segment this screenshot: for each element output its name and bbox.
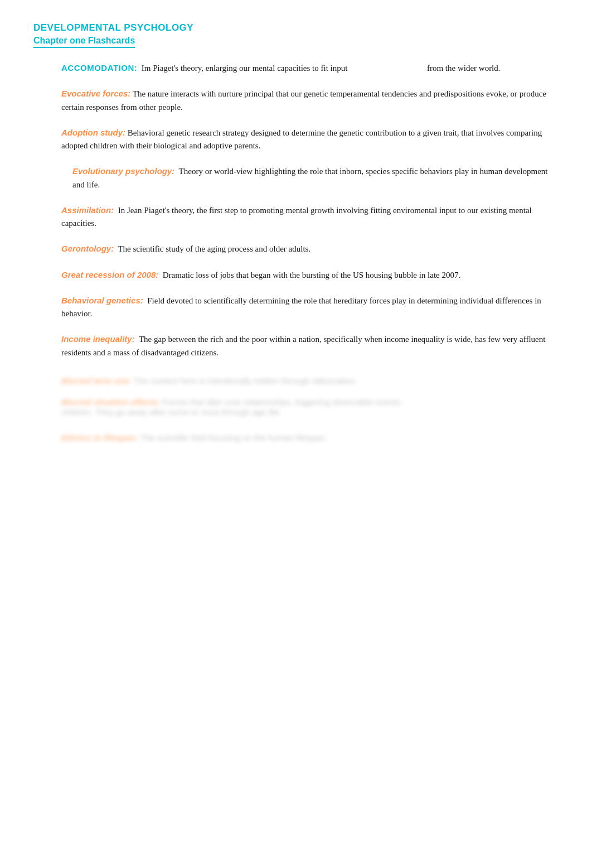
blurred-entry-1: Blurred term one: The content here is in…	[33, 376, 559, 386]
definition-accomodation: Im Piaget's theory, enlarging our mental…	[142, 64, 501, 73]
definition-evocative-forces: The nature interacts with nurture princi…	[61, 89, 546, 111]
term-great-recession: Great recession of 2008:	[61, 270, 158, 279]
term-income-inequality: Income inequality:	[61, 334, 135, 344]
blurred-entry-3: Ethnics in lifespan: The scientific fiel…	[33, 433, 559, 443]
blurred-section: Blurred term one: The content here is in…	[33, 376, 559, 443]
entry-income-inequality: Income inequality: The gap between the r…	[33, 332, 559, 359]
page-header: DEVELOPMENTAL PSYCHOLOGY Chapter one Fla…	[33, 22, 559, 48]
entry-great-recession: Great recession of 2008: Dramatic loss o…	[33, 268, 559, 282]
definition-assimilation: In Jean Piaget's theory, the first step …	[61, 206, 532, 228]
blurred-entry-2: Blurred situation effects: Forces that a…	[33, 397, 559, 417]
entry-evolutionary-psychology: Evolutionary psychology: Theory or world…	[33, 165, 559, 191]
term-gerontology: Gerontology:	[61, 244, 114, 253]
definition-gerontology: The scientific study of the aging proces…	[118, 244, 310, 253]
entry-evocative-forces: Evocative forces: The nature interacts w…	[33, 87, 559, 114]
term-assimilation: Assimilation:	[61, 205, 114, 215]
term-accomodation: ACCOMODATION:	[61, 63, 137, 73]
entry-behavioral-genetics: Behavioral genetics: Field devoted to sc…	[33, 294, 559, 321]
blurred-term-3: Ethnics in lifespan:	[61, 433, 138, 442]
blurred-definition-1: The content here is intentionally hidden…	[134, 376, 357, 385]
definition-adoption-study: Behavioral genetic research strategy des…	[61, 128, 542, 150]
definition-great-recession: Dramatic loss of jobs that began with th…	[163, 271, 461, 279]
entry-adoption-study: Adoption study: Behavioral genetic resea…	[33, 126, 559, 153]
blurred-definition-3: The scientific field focusing on the hum…	[140, 433, 327, 442]
entry-assimilation: Assimilation: In Jean Piaget's theory, t…	[33, 204, 559, 230]
blurred-term-1: Blurred term one:	[61, 376, 132, 385]
entry-accomodation: ACCOMODATION: Im Piaget's theory, enlarg…	[33, 61, 559, 75]
chapter-title: Chapter one Flashcards	[33, 36, 135, 48]
term-behavioral-genetics: Behavioral genetics:	[61, 296, 143, 305]
entry-gerontology: Gerontology: The scientific study of the…	[33, 242, 559, 255]
term-evolutionary-psychology: Evolutionary psychology:	[72, 166, 174, 176]
term-adoption-study: Adoption study:	[61, 128, 125, 137]
blurred-term-2: Blurred situation effects:	[61, 397, 160, 407]
subject-title: DEVELOPMENTAL PSYCHOLOGY	[33, 22, 559, 33]
term-evocative-forces: Evocative forces:	[61, 89, 130, 98]
